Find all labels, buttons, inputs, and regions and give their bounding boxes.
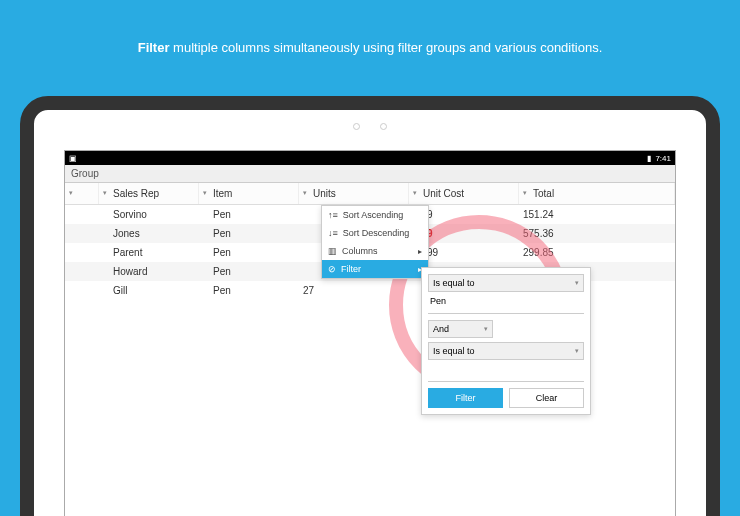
- menu-sort-ascending[interactable]: ↑≡ Sort Ascending: [322, 206, 428, 224]
- filter-apply-button[interactable]: Filter: [428, 388, 503, 408]
- filter-value-1[interactable]: Pen: [428, 296, 584, 314]
- column-context-menu: ↑≡ Sort Ascending ↓≡ Sort Descending ▥ C…: [321, 205, 429, 279]
- chevron-down-icon: ▾: [575, 279, 579, 287]
- chevron-down-icon: ▾: [69, 189, 73, 197]
- column-expander[interactable]: ▾: [65, 183, 99, 204]
- column-total[interactable]: ▾Total: [519, 183, 675, 204]
- columns-icon: ▥: [328, 246, 337, 256]
- menu-sort-descending[interactable]: ↓≡ Sort Descending: [322, 224, 428, 242]
- filter-icon: ⊘: [328, 264, 336, 274]
- filter-clear-button[interactable]: Clear: [509, 388, 584, 408]
- column-item[interactable]: ▾Item: [199, 183, 299, 204]
- filter-logic[interactable]: And▾: [428, 320, 493, 338]
- filter-value-2[interactable]: [428, 364, 584, 382]
- menu-columns[interactable]: ▥ Columns ▸: [322, 242, 428, 260]
- table-header: ▾ ▾Sales Rep ▾Item ▾Units ▾Unit Cost ▾To…: [65, 183, 675, 205]
- chevron-down-icon: ▾: [413, 189, 417, 197]
- chevron-down-icon: ▾: [203, 189, 207, 197]
- filter-operator-2[interactable]: Is equal to▾: [428, 342, 584, 360]
- chevron-down-icon: ▾: [484, 325, 488, 333]
- marketing-headline: Filter multiple columns simultaneously u…: [0, 0, 740, 75]
- column-sales-rep[interactable]: ▾Sales Rep: [99, 183, 199, 204]
- battery-icon: ▮: [647, 154, 651, 163]
- column-unit-cost[interactable]: ▾Unit Cost: [409, 183, 519, 204]
- filter-operator-1[interactable]: Is equal to▾: [428, 274, 584, 292]
- app-screen: ▣ ▮ 7:41 Group ▾ ▾Sales Rep ▾Item ▾Units…: [64, 150, 676, 516]
- android-status-bar: ▣ ▮ 7:41: [65, 151, 675, 165]
- chevron-down-icon: ▾: [523, 189, 527, 197]
- table-body: Sorvino Pen 1.99 151.24 Jones Pen 8.99 5…: [65, 205, 675, 300]
- filter-panel: Is equal to▾ Pen And▾ Is equal to▾ Filte…: [421, 267, 591, 415]
- sort-asc-icon: ↑≡: [328, 210, 338, 220]
- tablet-sensors: [34, 110, 706, 134]
- status-time: 7:41: [655, 154, 671, 163]
- chevron-down-icon: ▾: [575, 347, 579, 355]
- app-icon: ▣: [69, 154, 77, 163]
- sort-desc-icon: ↓≡: [328, 228, 338, 238]
- chevron-down-icon: ▾: [303, 189, 307, 197]
- chevron-right-icon: ▸: [418, 247, 422, 256]
- menu-filter[interactable]: ⊘ Filter ▸: [322, 260, 428, 278]
- column-units[interactable]: ▾Units: [299, 183, 409, 204]
- group-bar[interactable]: Group: [65, 165, 675, 183]
- tablet-frame: ▣ ▮ 7:41 Group ▾ ▾Sales Rep ▾Item ▾Units…: [20, 96, 720, 516]
- chevron-down-icon: ▾: [103, 189, 107, 197]
